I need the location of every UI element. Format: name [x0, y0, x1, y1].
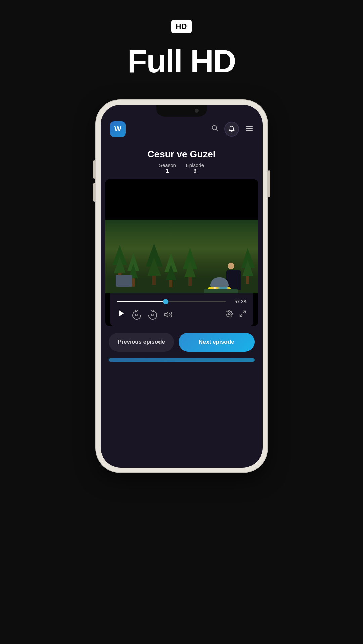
next-episode-button[interactable]: Next episode	[179, 333, 255, 352]
episode-buttons: Previous episode Next episode	[101, 326, 263, 358]
fullscreen-button[interactable]	[239, 310, 246, 319]
app-logo[interactable]: W	[110, 121, 126, 137]
video-container[interactable]: 57:38	[105, 179, 258, 326]
rewind-10-button[interactable]: 10	[132, 310, 142, 320]
video-letterbox-top	[105, 179, 258, 220]
notch-camera	[195, 109, 199, 113]
player-controls: 57:38	[110, 293, 253, 326]
notch	[156, 105, 207, 117]
episode-label: Episode	[186, 162, 204, 168]
svg-marker-5	[119, 310, 124, 317]
menu-icon[interactable]	[245, 124, 253, 134]
playback-controls: 10 10	[117, 309, 246, 320]
show-title: Cesur ve Guzel	[147, 149, 215, 160]
season-label: Season	[159, 162, 176, 168]
previous-episode-button[interactable]: Previous episode	[109, 333, 174, 352]
hd-badge: HD	[171, 20, 192, 33]
episode-value: 3	[193, 168, 196, 174]
show-info: Cesur ve Guzel Season 1 Episode 3	[101, 142, 263, 179]
bottom-hint-bar	[109, 358, 255, 362]
svg-line-10	[243, 311, 245, 313]
controls-right	[226, 310, 246, 319]
volume-button[interactable]	[164, 310, 173, 319]
nav-right	[211, 122, 253, 137]
progress-fill	[117, 301, 166, 302]
power-button[interactable]	[268, 170, 270, 197]
season-info: Season 1	[159, 162, 176, 174]
svg-marker-8	[165, 312, 168, 317]
notification-bell-button[interactable]	[224, 122, 239, 137]
play-button[interactable]	[117, 309, 126, 320]
progress-thumb[interactable]	[163, 299, 168, 304]
grave-left	[116, 275, 132, 287]
time-display: 57:38	[230, 299, 246, 304]
svg-line-1	[216, 129, 218, 131]
svg-line-11	[240, 314, 242, 316]
search-icon[interactable]	[211, 124, 218, 134]
show-meta: Season 1 Episode 3	[159, 162, 204, 174]
video-scene	[105, 220, 258, 293]
svg-text:10: 10	[151, 314, 154, 317]
volume-down-button[interactable]	[93, 183, 95, 202]
volume-up-button[interactable]	[93, 160, 95, 179]
episode-info: Episode 3	[186, 162, 204, 174]
forward-10-button[interactable]: 10	[148, 310, 158, 320]
controls-left: 10 10	[117, 309, 173, 320]
svg-text:10: 10	[135, 314, 138, 317]
full-hd-title: Full HD	[128, 43, 236, 80]
progress-bar[interactable]	[117, 301, 226, 302]
svg-point-9	[228, 313, 230, 315]
phone-screen: W	[101, 105, 263, 468]
grave-platform	[204, 289, 238, 293]
progress-row: 57:38	[117, 299, 246, 304]
season-value: 1	[166, 168, 169, 174]
settings-button[interactable]	[226, 310, 233, 319]
phone-mockup: W	[96, 100, 267, 472]
top-section: HD Full HD	[128, 20, 236, 80]
